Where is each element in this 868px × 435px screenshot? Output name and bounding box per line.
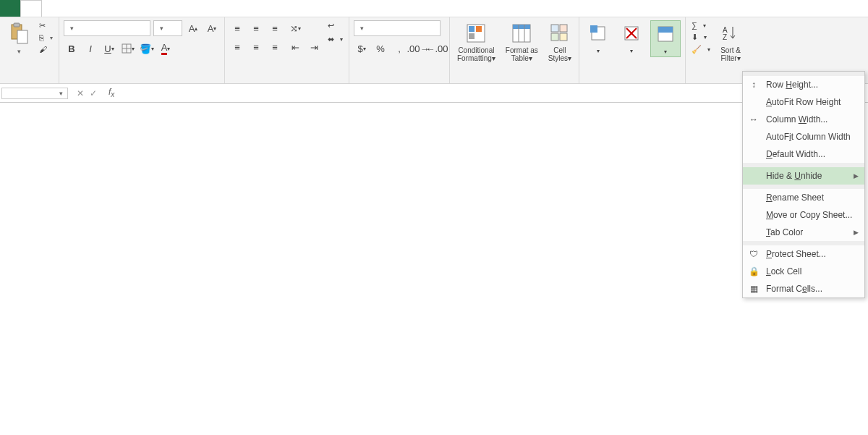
percent-button[interactable]: % [373, 41, 388, 56]
svg-rect-19 [590, 25, 597, 33]
table-icon [510, 22, 533, 45]
menu-autofit-row-height[interactable]: AutoFit Row Height [743, 93, 864, 111]
row-height-icon: ↕ [747, 80, 760, 90]
borders-button[interactable]: ▾ [120, 41, 136, 56]
shield-icon: 🛡 [747, 249, 760, 259]
font-size-select[interactable]: ▾ [153, 20, 182, 36]
chevron-down-icon: ▾ [17, 48, 21, 55]
menu-format-cells[interactable]: ▦Format Cells... [743, 280, 864, 297]
svg-rect-2 [17, 30, 27, 43]
delete-cells-button[interactable]: ▾ [617, 20, 646, 56]
align-top-button[interactable]: ≡ [229, 20, 245, 36]
merge-center-button[interactable]: ⬌▾ [326, 34, 344, 45]
menu-hide-unhide[interactable]: Hide & Unhide▶ [743, 167, 864, 185]
menu-rename-sheet[interactable]: Rename Sheet [743, 189, 864, 206]
cut-button[interactable]: ✂ [38, 20, 54, 31]
clear-button[interactable]: 🧹▾ [690, 44, 712, 55]
autosum-button[interactable]: ∑▾ [690, 20, 712, 30]
svg-rect-7 [469, 26, 475, 32]
comma-button[interactable]: , [391, 41, 407, 56]
accounting-button[interactable]: $▾ [354, 41, 370, 56]
tab-file[interactable] [0, 0, 20, 17]
group-font: ▾ ▾ A▴ A▾ B I U▾ ▾ 🪣▾ A▾ [59, 17, 225, 83]
group-label-font [64, 80, 220, 82]
group-styles: ConditionalFormatting▾ Format asTable▾ C… [450, 17, 579, 83]
group-alignment: ≡ ≡ ≡ ≡ ≡ ≡ ⤭▾ ⇤ ⇥ ↩ [225, 17, 349, 83]
svg-rect-15 [560, 25, 567, 32]
insert-cells-button[interactable]: ▾ [584, 20, 613, 56]
paste-button[interactable]: ▾ [4, 20, 33, 56]
sort-icon: AZ [719, 22, 742, 45]
svg-rect-1 [14, 23, 20, 27]
conditional-formatting-button[interactable]: ConditionalFormatting▾ [454, 20, 498, 64]
enter-icon[interactable]: ✓ [90, 88, 97, 98]
chevron-right-icon: ▶ [854, 229, 859, 236]
scissors-icon: ✂ [39, 21, 46, 30]
dec-decimal-button[interactable]: ←.00 [429, 41, 445, 56]
grow-font-button[interactable]: A▴ [185, 20, 201, 36]
format-cells-button[interactable]: ▾ [650, 20, 681, 57]
fx-icon[interactable]: fx [104, 87, 119, 98]
orientation-button[interactable]: ⤭▾ [287, 20, 303, 36]
group-label-cells [584, 80, 681, 82]
menu-move-copy-sheet[interactable]: Move or Copy Sheet... [743, 206, 864, 224]
svg-rect-11 [513, 25, 530, 29]
sort-filter-button[interactable]: AZSort &Filter▾ [716, 20, 745, 64]
menu-protect-sheet[interactable]: 🛡Protect Sheet... [743, 245, 864, 263]
format-painter-button[interactable]: 🖌 [38, 44, 54, 54]
align-right-button[interactable]: ≡ [267, 39, 283, 55]
align-middle-button[interactable]: ≡ [248, 20, 264, 36]
group-label-clipboard [4, 80, 54, 82]
sigma-icon: ∑ [692, 21, 697, 30]
svg-rect-9 [469, 33, 475, 39]
group-label-alignment [229, 80, 344, 82]
tab-review[interactable] [123, 0, 143, 17]
group-label-styles [454, 80, 574, 82]
svg-rect-8 [476, 26, 482, 32]
shrink-font-button[interactable]: A▾ [204, 20, 220, 36]
menu-row-height[interactable]: ↕Row Height... [743, 76, 864, 93]
number-format-select[interactable]: ▾ [354, 20, 441, 36]
menu-column-width[interactable]: ↔Column Width... [743, 111, 864, 128]
col-width-icon: ↔ [747, 114, 760, 124]
font-name-select[interactable]: ▾ [64, 20, 150, 36]
align-left-button[interactable]: ≡ [229, 39, 245, 55]
tab-home[interactable] [20, 0, 42, 17]
italic-button[interactable]: I [82, 41, 98, 56]
menu-default-width[interactable]: Default Width... [743, 145, 864, 163]
align-bottom-button[interactable]: ≡ [267, 20, 283, 36]
fill-color-button[interactable]: 🪣▾ [139, 41, 155, 56]
cancel-icon[interactable]: ✕ [77, 88, 84, 98]
group-cells: ▾ ▾ ▾ [579, 17, 686, 83]
lock-icon: 🔒 [747, 266, 760, 276]
delete-icon [620, 22, 643, 45]
svg-rect-16 [551, 33, 558, 41]
bold-button[interactable]: B [64, 41, 80, 56]
inc-decimal-button[interactable]: .00→ [410, 41, 426, 56]
chevron-down-icon: ▾ [59, 90, 63, 97]
tab-view[interactable] [143, 0, 163, 17]
align-center-button[interactable]: ≡ [248, 39, 264, 55]
menu-lock-cell[interactable]: 🔒Lock Cell [743, 263, 864, 280]
dec-indent-button[interactable]: ⇤ [287, 39, 303, 55]
tab-page-layout[interactable] [62, 0, 82, 17]
svg-text:Z: Z [723, 33, 727, 41]
menu-tab-color[interactable]: Tab Color▶ [743, 224, 864, 241]
inc-indent-button[interactable]: ⇥ [306, 39, 322, 55]
tab-formulas[interactable] [82, 0, 103, 17]
formula-bar: ▾ ✕ ✓ fx [0, 84, 868, 103]
format-as-table-button[interactable]: Format asTable▾ [503, 20, 541, 64]
tab-insert[interactable] [42, 0, 62, 17]
wrap-text-button[interactable]: ↩ [326, 20, 344, 31]
fill-button[interactable]: ⬇▾ [690, 32, 712, 43]
cell-styles-button[interactable]: CellStyles▾ [545, 20, 574, 64]
eraser-icon: 🧹 [692, 45, 702, 54]
font-color-button[interactable]: A▾ [158, 41, 174, 56]
wrap-icon: ↩ [328, 21, 334, 30]
underline-button[interactable]: U▾ [101, 41, 117, 56]
merge-icon: ⬌ [328, 35, 334, 44]
copy-button[interactable]: ⎘▾ [38, 33, 54, 43]
menu-autofit-column-width[interactable]: AutoFit Column Width [743, 128, 864, 145]
name-box[interactable]: ▾ [1, 88, 68, 99]
tab-data[interactable] [103, 0, 123, 17]
